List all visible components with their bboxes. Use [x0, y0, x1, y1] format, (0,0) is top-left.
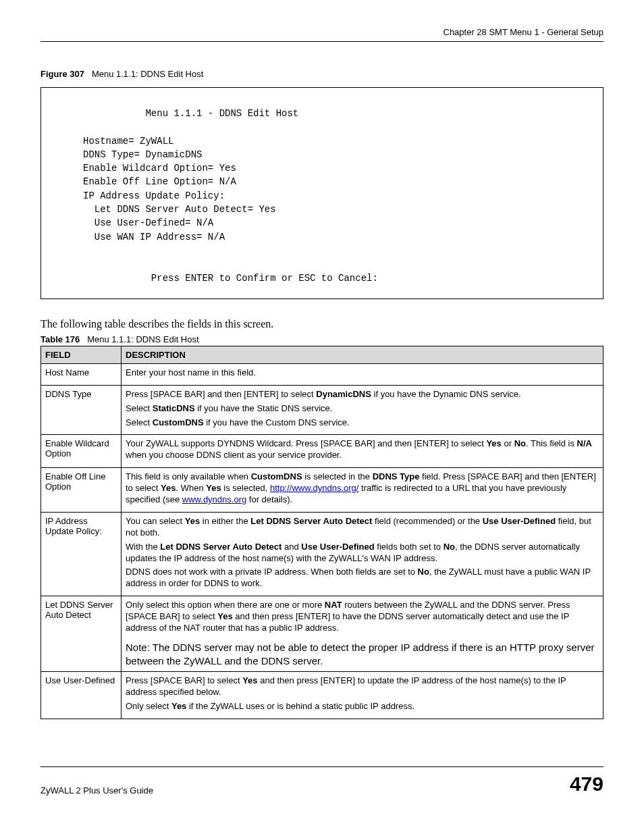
field-name: Host Name	[41, 363, 122, 385]
terminal-screenshot: Menu 1.1.1 - DDNS Edit Host Hostname= Zy…	[41, 87, 603, 299]
table-row: DDNS Type Press [SPACE BAR] and then [EN…	[41, 385, 603, 435]
note-block: Note: The DDNS server may not be able to…	[126, 641, 599, 669]
terminal-line: Use User-Defined= N/A	[55, 217, 213, 228]
chapter-header: Chapter 28 SMT Menu 1 - General Setup	[41, 27, 603, 42]
field-name: Enable Off Line Option	[41, 468, 122, 513]
field-desc: Only select this option when there are o…	[122, 596, 603, 672]
field-name: Enable Wildcard Option	[41, 435, 122, 468]
intro-paragraph: The following table describes the fields…	[41, 318, 603, 330]
figure-caption: Figure 307 Menu 1.1.1: DDNS Edit Host	[41, 69, 603, 79]
table-row: IP Address Update Policy: You can select…	[41, 512, 603, 596]
table-header-row: FIELD DESCRIPTION	[41, 346, 603, 363]
fields-table: FIELD DESCRIPTION Host Name Enter your h…	[41, 346, 603, 719]
field-desc: Enter your host name in this field.	[122, 363, 603, 385]
field-desc: Press [SPACE BAR] and then [ENTER] to se…	[122, 385, 603, 435]
terminal-line: Enable Off Line Option= N/A	[55, 176, 236, 187]
table-row: Host Name Enter your host name in this f…	[41, 363, 603, 385]
terminal-line: Use WAN IP Address= N/A	[55, 232, 225, 242]
field-desc: Press [SPACE BAR] to select Yes and then…	[122, 672, 603, 719]
dyndns-link[interactable]: http://www.dyndns.org/	[270, 483, 359, 493]
col-description: DESCRIPTION	[122, 346, 603, 363]
field-desc: Your ZyWALL supports DYNDNS Wildcard. Pr…	[122, 435, 603, 468]
field-name: IP Address Update Policy:	[41, 512, 122, 596]
table-caption: Table 176 Menu 1.1.1: DDNS Edit Host	[41, 334, 603, 344]
terminal-line: IP Address Update Policy:	[55, 190, 225, 201]
table-row: Use User-Defined Press [SPACE BAR] to se…	[41, 672, 603, 719]
table-row: Let DDNS Server Auto Detect Only select …	[41, 596, 603, 672]
field-desc: This field is only available when Custom…	[122, 468, 603, 513]
terminal-footer: Press ENTER to Confirm or ESC to Cancel:	[55, 273, 378, 284]
table-row: Enable Off Line Option This field is onl…	[41, 468, 603, 513]
note-label: Note:	[126, 642, 153, 653]
table-label: Table 176	[41, 334, 80, 344]
terminal-title: Menu 1.1.1 - DDNS Edit Host	[55, 108, 298, 119]
field-desc: You can select Yes in either the Let DDN…	[122, 512, 603, 596]
terminal-line: Let DDNS Server Auto Detect= Yes	[55, 204, 276, 215]
note-body: The DDNS server may not be able to detec…	[126, 642, 595, 667]
terminal-line: Enable Wildcard Option= Yes	[55, 163, 236, 174]
figure-title: Menu 1.1.1: DDNS Edit Host	[92, 69, 203, 79]
table-title: Menu 1.1.1: DDNS Edit Host	[87, 334, 198, 344]
dyndns-link-short[interactable]: www.dyndns.org	[182, 494, 246, 504]
figure-label: Figure 307	[41, 69, 84, 79]
field-name: Let DDNS Server Auto Detect	[41, 596, 122, 672]
page-footer: ZyWALL 2 Plus User's Guide 479	[41, 766, 603, 796]
table-row: Enable Wildcard Option Your ZyWALL suppo…	[41, 435, 603, 468]
terminal-line: DDNS Type= DynamicDNS	[55, 149, 202, 160]
footer-guide-name: ZyWALL 2 Plus User's Guide	[41, 785, 153, 796]
field-name: DDNS Type	[41, 385, 122, 435]
field-name: Use User-Defined	[41, 672, 122, 719]
page-number: 479	[570, 773, 603, 796]
terminal-line: Hostname= ZyWALL	[55, 136, 173, 147]
col-field: FIELD	[41, 346, 122, 363]
